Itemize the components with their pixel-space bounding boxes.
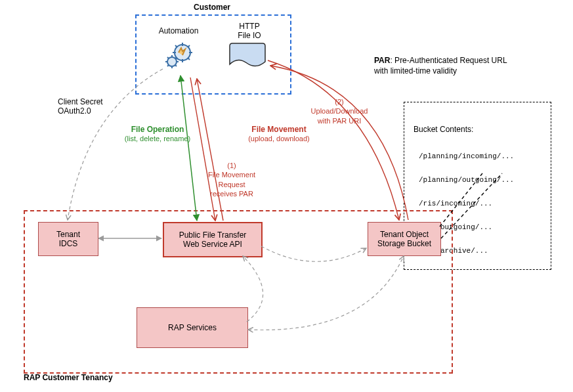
automation-label: Automation (152, 26, 205, 35)
file-movement-sub: (upload, download) (248, 135, 310, 142)
file-movement-label: File Movement (upload, download) (236, 125, 322, 143)
bucket-contents-line: /planning/incoming/... (414, 152, 541, 160)
tenant-idcs-box: Tenant IDCS (38, 222, 98, 256)
step2-label: (2) Upload/Download with PAR URI (303, 97, 375, 125)
svg-point-1 (167, 57, 177, 66)
file-operation-label: File Operation (list, delete, rename) (118, 125, 197, 143)
svg-line-3 (190, 77, 215, 221)
par-note-rest: : Pre-Authenticated Request URL with lim… (374, 56, 507, 76)
customer-title: Customer (135, 3, 289, 12)
bucket-contents-title: Bucket Contents: (414, 125, 541, 134)
step1-label: (1) File Movement Request receives PAR (196, 161, 268, 198)
client-secret-label: Client Secret OAuth2.0 (58, 97, 103, 116)
bucket-contents-line: /ris/incoming/... (414, 200, 541, 207)
file-movement-title: File Movement (251, 125, 306, 134)
par-note: PAR: Pre-Authenticated Request URL with … (374, 55, 564, 76)
par-note-bold: PAR (374, 56, 390, 65)
file-operation-sub: (list, delete, rename) (125, 135, 190, 142)
svg-line-4 (197, 79, 223, 221)
svg-line-2 (180, 76, 197, 221)
storage-bucket-box: Tenant Object Storage Bucket (368, 222, 441, 256)
bucket-contents-line: /planning/outgoing/... (414, 176, 541, 184)
public-api-box: Public File Transfer Web Service API (163, 222, 263, 257)
rap-services-box: RAP Services (137, 307, 248, 348)
automation-icon (163, 38, 196, 71)
file-operation-title: File Operation (131, 125, 184, 134)
http-file-io-label: HTTP File IO (223, 22, 276, 40)
http-file-io-icon (228, 42, 266, 71)
rap-tenancy-title: RAP Customer Tenancy (24, 373, 113, 382)
